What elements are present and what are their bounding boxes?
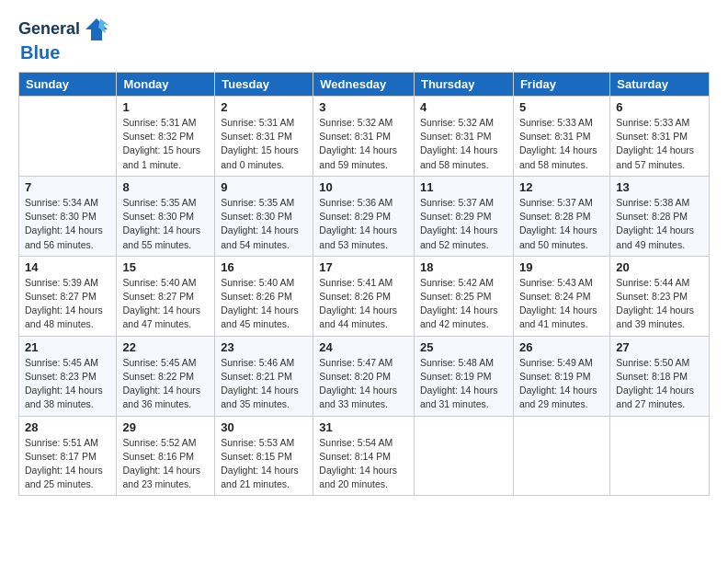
calendar-cell: 22Sunrise: 5:45 AM Sunset: 8:22 PM Dayli… <box>117 336 215 416</box>
calendar-cell: 19Sunrise: 5:43 AM Sunset: 8:24 PM Dayli… <box>513 256 609 336</box>
day-number: 12 <box>519 180 604 194</box>
logo-icon <box>84 17 109 42</box>
day-info: Sunrise: 5:39 AM Sunset: 8:27 PM Dayligh… <box>25 276 110 332</box>
day-number: 4 <box>420 100 507 114</box>
day-info: Sunrise: 5:42 AM Sunset: 8:25 PM Dayligh… <box>420 276 507 332</box>
calendar-cell: 10Sunrise: 5:36 AM Sunset: 8:29 PM Dayli… <box>313 176 415 256</box>
calendar-cell: 9Sunrise: 5:35 AM Sunset: 8:30 PM Daylig… <box>215 176 313 256</box>
calendar-cell: 8Sunrise: 5:35 AM Sunset: 8:30 PM Daylig… <box>117 176 215 256</box>
day-number: 13 <box>616 180 703 194</box>
weekday-header-friday: Friday <box>513 73 609 97</box>
calendar-cell <box>610 416 710 496</box>
day-number: 28 <box>25 420 110 434</box>
calendar-cell <box>513 416 609 496</box>
day-info: Sunrise: 5:32 AM Sunset: 8:31 PM Dayligh… <box>319 116 408 172</box>
day-info: Sunrise: 5:45 AM Sunset: 8:22 PM Dayligh… <box>122 356 209 412</box>
day-number: 18 <box>420 260 507 274</box>
day-info: Sunrise: 5:32 AM Sunset: 8:31 PM Dayligh… <box>420 116 507 172</box>
calendar-week-3: 14Sunrise: 5:39 AM Sunset: 8:27 PM Dayli… <box>19 256 710 336</box>
calendar-cell: 11Sunrise: 5:37 AM Sunset: 8:29 PM Dayli… <box>414 176 513 256</box>
weekday-header-row: SundayMondayTuesdayWednesdayThursdayFrid… <box>19 73 710 97</box>
calendar-cell: 13Sunrise: 5:38 AM Sunset: 8:28 PM Dayli… <box>610 176 710 256</box>
day-number: 3 <box>319 100 408 114</box>
weekday-header-sunday: Sunday <box>19 73 117 97</box>
weekday-header-wednesday: Wednesday <box>313 73 415 97</box>
weekday-header-tuesday: Tuesday <box>215 73 313 97</box>
day-number: 29 <box>122 420 209 434</box>
day-number: 2 <box>221 100 307 114</box>
day-number: 5 <box>519 100 604 114</box>
calendar-cell: 2Sunrise: 5:31 AM Sunset: 8:31 PM Daylig… <box>215 97 313 177</box>
calendar-cell: 27Sunrise: 5:50 AM Sunset: 8:18 PM Dayli… <box>610 336 710 416</box>
calendar-cell <box>414 416 513 496</box>
day-number: 27 <box>616 340 703 354</box>
day-info: Sunrise: 5:33 AM Sunset: 8:31 PM Dayligh… <box>519 116 604 172</box>
day-info: Sunrise: 5:52 AM Sunset: 8:16 PM Dayligh… <box>122 436 209 492</box>
day-info: Sunrise: 5:45 AM Sunset: 8:23 PM Dayligh… <box>25 356 110 412</box>
day-info: Sunrise: 5:35 AM Sunset: 8:30 PM Dayligh… <box>221 196 307 252</box>
logo: General Blue <box>18 17 109 63</box>
day-info: Sunrise: 5:31 AM Sunset: 8:31 PM Dayligh… <box>221 116 307 172</box>
day-info: Sunrise: 5:40 AM Sunset: 8:27 PM Dayligh… <box>122 276 209 332</box>
day-number: 25 <box>420 340 507 354</box>
calendar-table: SundayMondayTuesdayWednesdayThursdayFrid… <box>18 72 710 496</box>
day-info: Sunrise: 5:37 AM Sunset: 8:29 PM Dayligh… <box>420 196 507 252</box>
weekday-header-saturday: Saturday <box>610 73 710 97</box>
logo-text-blue: Blue <box>20 42 60 63</box>
calendar-cell: 15Sunrise: 5:40 AM Sunset: 8:27 PM Dayli… <box>117 256 215 336</box>
day-info: Sunrise: 5:41 AM Sunset: 8:26 PM Dayligh… <box>319 276 408 332</box>
calendar-cell: 23Sunrise: 5:46 AM Sunset: 8:21 PM Dayli… <box>215 336 313 416</box>
day-number: 11 <box>420 180 507 194</box>
calendar-cell: 3Sunrise: 5:32 AM Sunset: 8:31 PM Daylig… <box>313 97 415 177</box>
day-number: 26 <box>519 340 604 354</box>
day-number: 21 <box>25 340 110 354</box>
day-info: Sunrise: 5:47 AM Sunset: 8:20 PM Dayligh… <box>319 356 408 412</box>
calendar-cell: 20Sunrise: 5:44 AM Sunset: 8:23 PM Dayli… <box>610 256 710 336</box>
calendar-cell: 5Sunrise: 5:33 AM Sunset: 8:31 PM Daylig… <box>513 97 609 177</box>
day-number: 22 <box>122 340 209 354</box>
day-number: 23 <box>221 340 307 354</box>
day-number: 16 <box>221 260 307 274</box>
calendar-cell: 26Sunrise: 5:49 AM Sunset: 8:19 PM Dayli… <box>513 336 609 416</box>
day-number: 24 <box>319 340 408 354</box>
calendar-cell <box>19 97 117 177</box>
day-info: Sunrise: 5:38 AM Sunset: 8:28 PM Dayligh… <box>616 196 703 252</box>
day-info: Sunrise: 5:51 AM Sunset: 8:17 PM Dayligh… <box>25 436 110 492</box>
calendar-cell: 14Sunrise: 5:39 AM Sunset: 8:27 PM Dayli… <box>19 256 117 336</box>
day-info: Sunrise: 5:34 AM Sunset: 8:30 PM Dayligh… <box>25 196 110 252</box>
calendar-cell: 31Sunrise: 5:54 AM Sunset: 8:14 PM Dayli… <box>313 416 415 496</box>
day-info: Sunrise: 5:53 AM Sunset: 8:15 PM Dayligh… <box>221 436 307 492</box>
calendar-cell: 25Sunrise: 5:48 AM Sunset: 8:19 PM Dayli… <box>414 336 513 416</box>
day-info: Sunrise: 5:37 AM Sunset: 8:28 PM Dayligh… <box>519 196 604 252</box>
day-info: Sunrise: 5:44 AM Sunset: 8:23 PM Dayligh… <box>616 276 703 332</box>
day-info: Sunrise: 5:43 AM Sunset: 8:24 PM Dayligh… <box>519 276 604 332</box>
header: General Blue <box>18 17 710 63</box>
calendar-cell: 7Sunrise: 5:34 AM Sunset: 8:30 PM Daylig… <box>19 176 117 256</box>
day-number: 19 <box>519 260 604 274</box>
day-info: Sunrise: 5:48 AM Sunset: 8:19 PM Dayligh… <box>420 356 507 412</box>
calendar-cell: 6Sunrise: 5:33 AM Sunset: 8:31 PM Daylig… <box>610 97 710 177</box>
day-info: Sunrise: 5:33 AM Sunset: 8:31 PM Dayligh… <box>616 116 703 172</box>
calendar-cell: 1Sunrise: 5:31 AM Sunset: 8:32 PM Daylig… <box>117 97 215 177</box>
day-info: Sunrise: 5:31 AM Sunset: 8:32 PM Dayligh… <box>122 116 209 172</box>
calendar-week-5: 28Sunrise: 5:51 AM Sunset: 8:17 PM Dayli… <box>19 416 710 496</box>
day-info: Sunrise: 5:50 AM Sunset: 8:18 PM Dayligh… <box>616 356 703 412</box>
day-number: 20 <box>616 260 703 274</box>
logo-text-general: General <box>18 20 80 39</box>
calendar-week-2: 7Sunrise: 5:34 AM Sunset: 8:30 PM Daylig… <box>19 176 710 256</box>
page: General Blue SundayMondayTuesdayWednesda… <box>0 0 728 563</box>
calendar-cell: 17Sunrise: 5:41 AM Sunset: 8:26 PM Dayli… <box>313 256 415 336</box>
day-info: Sunrise: 5:40 AM Sunset: 8:26 PM Dayligh… <box>221 276 307 332</box>
day-number: 10 <box>319 180 408 194</box>
calendar-cell: 24Sunrise: 5:47 AM Sunset: 8:20 PM Dayli… <box>313 336 415 416</box>
day-number: 31 <box>319 420 408 434</box>
calendar-cell: 28Sunrise: 5:51 AM Sunset: 8:17 PM Dayli… <box>19 416 117 496</box>
calendar-cell: 16Sunrise: 5:40 AM Sunset: 8:26 PM Dayli… <box>215 256 313 336</box>
day-number: 1 <box>122 100 209 114</box>
day-number: 8 <box>122 180 209 194</box>
day-number: 30 <box>221 420 307 434</box>
calendar-cell: 4Sunrise: 5:32 AM Sunset: 8:31 PM Daylig… <box>414 97 513 177</box>
calendar-week-1: 1Sunrise: 5:31 AM Sunset: 8:32 PM Daylig… <box>19 97 710 177</box>
day-info: Sunrise: 5:35 AM Sunset: 8:30 PM Dayligh… <box>122 196 209 252</box>
calendar-cell: 18Sunrise: 5:42 AM Sunset: 8:25 PM Dayli… <box>414 256 513 336</box>
